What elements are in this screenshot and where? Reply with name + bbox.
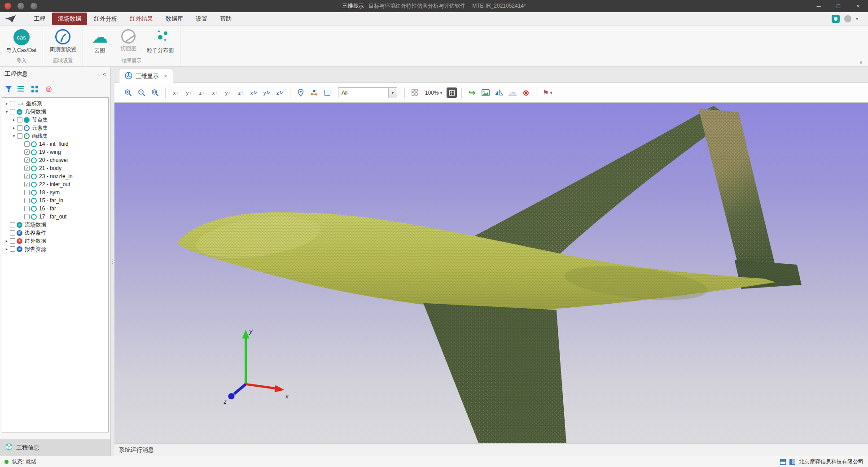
- snapshot-button[interactable]: [480, 87, 491, 98]
- particle-display-button[interactable]: [308, 87, 320, 98]
- tree-checkbox[interactable]: [17, 133, 22, 139]
- tree-expand-arrow-icon[interactable]: ▾: [11, 134, 17, 138]
- tree-item-18 - sym[interactable]: 18 - sym: [2, 188, 108, 196]
- tree-item-报告资源[interactable]: ▸≡报告资源: [2, 245, 108, 253]
- mirror-button[interactable]: [493, 87, 504, 98]
- tree-expand-arrow-icon[interactable]: ▾: [4, 109, 9, 114]
- tree-item-19 - wing[interactable]: ✓19 - wing: [2, 148, 108, 156]
- tree-item-红外数据[interactable]: ▸☀红外数据: [2, 237, 108, 245]
- tree-item-坐标系[interactable]: ▸∟x坐标系: [2, 100, 108, 108]
- view-x-up-button[interactable]: x↑: [209, 87, 220, 98]
- zoom-fit-button[interactable]: [149, 87, 161, 98]
- panel-splitter[interactable]: ⋮: [111, 67, 114, 456]
- tree-checkbox[interactable]: [24, 190, 30, 195]
- tree-checkbox[interactable]: ✓: [24, 182, 30, 187]
- statusbar-window-icon-2[interactable]: [789, 459, 795, 465]
- tree-checkbox[interactable]: [10, 230, 15, 236]
- titlebar-quick-icon-2[interactable]: [31, 3, 37, 9]
- tree-expand-arrow-icon[interactable]: ▸: [11, 126, 17, 130]
- tree-item-几何数据[interactable]: ▾≡几何数据: [2, 108, 108, 116]
- theme-icon[interactable]: [832, 15, 840, 23]
- menu-item-帮助[interactable]: 帮助: [214, 13, 237, 25]
- view-x-down-button[interactable]: x↓: [170, 87, 181, 98]
- filter-icon[interactable]: ▾: [5, 86, 10, 92]
- panel-collapse-button[interactable]: <: [102, 71, 106, 78]
- tree-checkbox[interactable]: [10, 101, 15, 106]
- menu-item-数据库[interactable]: 数据库: [160, 13, 189, 25]
- menu-item-红外结果[interactable]: 红外结果: [124, 13, 159, 25]
- grid-toggle-button[interactable]: [447, 87, 457, 98]
- menu-item-工程[interactable]: 工程: [28, 13, 51, 25]
- grid-view-icon[interactable]: [31, 86, 34, 88]
- titlebar-quick-icon-1[interactable]: [18, 3, 24, 9]
- tree-checkbox[interactable]: [24, 206, 30, 211]
- view-y-down-button[interactable]: y↓: [183, 87, 194, 98]
- tree-checkbox[interactable]: [24, 198, 30, 203]
- tree-checkbox[interactable]: [10, 238, 15, 244]
- ribbon-collapse-icon[interactable]: ∧: [859, 60, 863, 65]
- view-y-up-button[interactable]: y↑: [222, 87, 233, 98]
- tree-item-节点集[interactable]: ▸–节点集: [2, 116, 108, 124]
- project-panel-footer-tab[interactable]: 工程信息: [0, 439, 110, 456]
- titlebar-app-icon[interactable]: [4, 3, 11, 9]
- tree-expand-arrow-icon[interactable]: ▸: [4, 247, 9, 251]
- menu-item-红外分析[interactable]: 红外分析: [88, 13, 123, 25]
- menu-item-设置[interactable]: 设置: [190, 13, 213, 25]
- ribbon-button-导入Cas/Dat[interactable]: cas导入Cas/Dat: [4, 28, 38, 57]
- export-arrow-button[interactable]: ↪: [466, 87, 478, 98]
- tree-checkbox[interactable]: [17, 117, 22, 122]
- tab-close-icon[interactable]: ×: [164, 73, 167, 79]
- tree-item-20 - chuiwei[interactable]: ✓20 - chuiwei: [2, 156, 108, 164]
- clear-results-button[interactable]: ⊗: [520, 87, 531, 98]
- view-z-rotate-button[interactable]: z↻: [274, 87, 285, 98]
- tree-item-21 - body[interactable]: ✓21 - body: [2, 164, 108, 172]
- transparency-button[interactable]: [409, 87, 421, 98]
- locate-pin-button[interactable]: [295, 87, 306, 98]
- zoom-in-button[interactable]: [123, 87, 134, 98]
- menubar-dropdown-icon[interactable]: ▾: [856, 16, 858, 21]
- tree-checkbox[interactable]: [24, 214, 30, 219]
- view-z-up-button[interactable]: z↑: [235, 87, 246, 98]
- zoom-out-button[interactable]: [136, 87, 147, 98]
- tree-item-流场数据[interactable]: ≈流场数据: [2, 221, 108, 229]
- list-view-icon[interactable]: [18, 86, 24, 92]
- box-select-button[interactable]: [322, 87, 333, 98]
- tree-item-17 - far_out[interactable]: 17 - far_out: [2, 213, 108, 221]
- tree-expand-arrow-icon[interactable]: ▸: [4, 239, 9, 243]
- pin-flag-button[interactable]: ⚑▾: [541, 87, 554, 98]
- tree-item-边界条件[interactable]: ⊞边界条件: [2, 229, 108, 237]
- viewport-3d[interactable]: y x z: [114, 103, 868, 443]
- display-filter-combo[interactable]: All ▾: [338, 87, 397, 98]
- ribbon-button-周期面设置[interactable]: 周期面设置: [48, 28, 78, 57]
- tree-item-元素集[interactable]: ▸•元素集: [2, 124, 108, 132]
- tab-3d-display[interactable]: 三维显示 ×: [119, 69, 173, 83]
- tree-checkbox[interactable]: ✓: [24, 174, 30, 179]
- tree-checkbox[interactable]: [10, 246, 15, 252]
- close-button[interactable]: ×: [848, 0, 868, 12]
- cloud-display-button[interactable]: ☁: [507, 87, 518, 98]
- tree-checkbox[interactable]: ✓: [24, 157, 30, 163]
- ribbon-button-粒子分布图[interactable]: 粒子分布图: [145, 28, 175, 57]
- statusbar-window-icon-1[interactable]: [780, 459, 786, 465]
- tree-checkbox[interactable]: ✓: [24, 149, 30, 155]
- view-x-rotate-button[interactable]: x↻: [248, 87, 259, 98]
- menu-item-流场数据[interactable]: 流场数据: [52, 13, 87, 25]
- tree-item-23 - nozzle_in[interactable]: ✓23 - nozzle_in: [2, 172, 108, 180]
- view-y-rotate-button[interactable]: y↻: [261, 87, 272, 98]
- tree-checkbox[interactable]: [17, 125, 22, 131]
- ribbon-button-云图[interactable]: ☁云图: [88, 28, 112, 57]
- view-z-down-button[interactable]: z↓: [196, 87, 207, 98]
- minimize-button[interactable]: ─: [809, 0, 829, 12]
- zoom-level-button[interactable]: 100%▾: [423, 87, 444, 98]
- account-icon[interactable]: [844, 15, 851, 22]
- tree-checkbox[interactable]: [24, 141, 30, 147]
- tree-checkbox[interactable]: [10, 222, 15, 227]
- tree-item-15 - far_in[interactable]: 15 - far_in: [2, 196, 108, 205]
- tree-checkbox[interactable]: [10, 109, 15, 114]
- tree-expand-arrow-icon[interactable]: ▸: [4, 101, 9, 106]
- target-icon[interactable]: ◎: [46, 85, 52, 92]
- tree-item-22 - inlet_out[interactable]: ✓22 - inlet_out: [2, 180, 108, 188]
- tree-checkbox[interactable]: ✓: [24, 166, 30, 171]
- maximize-button[interactable]: □: [829, 0, 848, 12]
- tree-item-16 - far[interactable]: 16 - far: [2, 205, 108, 213]
